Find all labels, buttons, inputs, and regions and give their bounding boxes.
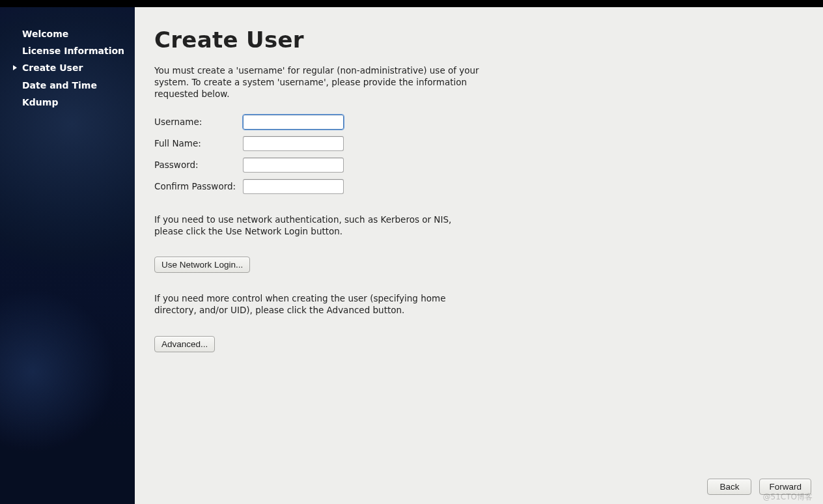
sidebar-item-license-information[interactable]: License Information (0, 42, 135, 59)
label-username: Username: (154, 117, 243, 127)
label-password: Password: (154, 160, 243, 170)
fullname-field[interactable] (243, 136, 344, 151)
sidebar-item-label: License Information (22, 46, 124, 56)
sidebar-item-label: Create User (22, 63, 83, 73)
row-password: Password: (154, 158, 701, 173)
main-layout: Welcome License Information Create User … (0, 7, 823, 504)
advanced-button[interactable]: Advanced... (154, 336, 215, 352)
window-top-border (0, 0, 823, 7)
intro-text: You must create a 'username' for regular… (154, 64, 480, 100)
content-area: Create User You must create a 'username'… (135, 7, 823, 504)
sidebar-item-label: Kdump (22, 97, 58, 107)
sidebar-item-create-user[interactable]: Create User (0, 59, 135, 76)
password-field[interactable] (243, 158, 344, 173)
footer-nav: Back Forward (707, 479, 811, 495)
advanced-note: If you need more control when creating t… (154, 292, 480, 316)
row-fullname: Full Name: (154, 136, 701, 151)
use-network-login-button[interactable]: Use Network Login... (154, 257, 250, 273)
sidebar-item-kdump[interactable]: Kdump (0, 94, 135, 111)
back-button[interactable]: Back (707, 479, 751, 495)
confirm-password-field[interactable] (243, 179, 344, 194)
row-username: Username: (154, 115, 701, 130)
setup-steps-sidebar: Welcome License Information Create User … (0, 7, 135, 504)
label-confirm-password: Confirm Password: (154, 181, 243, 191)
forward-button[interactable]: Forward (759, 479, 811, 495)
page-title: Create User (154, 27, 701, 53)
sidebar-item-label: Welcome (22, 29, 68, 39)
username-field[interactable] (243, 115, 344, 130)
sidebar-item-welcome[interactable]: Welcome (0, 25, 135, 42)
row-confirm-password: Confirm Password: (154, 179, 701, 194)
sidebar-item-date-and-time[interactable]: Date and Time (0, 77, 135, 94)
network-login-note: If you need to use network authenticatio… (154, 214, 480, 237)
sidebar-item-label: Date and Time (22, 80, 97, 91)
label-fullname: Full Name: (154, 138, 243, 148)
